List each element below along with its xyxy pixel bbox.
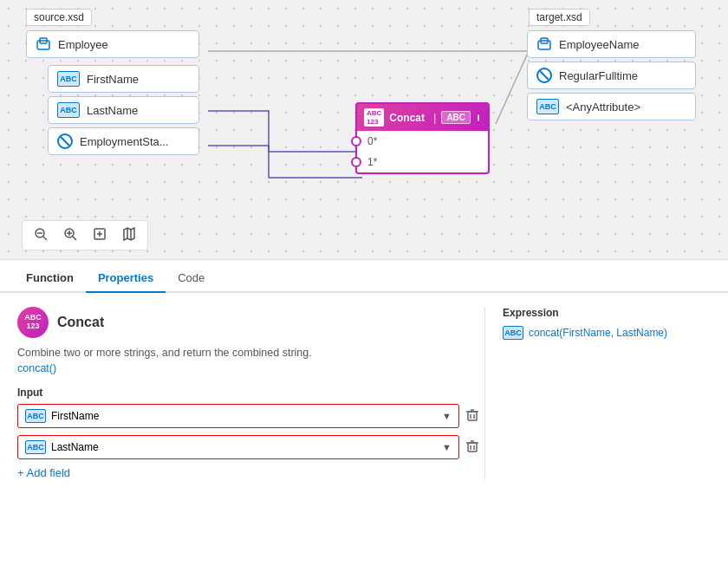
input-field-row-1: ABC LastName ▼ xyxy=(17,435,484,459)
regular-fulltime-label: RegularFulltime xyxy=(559,69,638,82)
any-attr-label: <AnyAttribute> xyxy=(566,101,640,114)
abc-icon-field0: ABC xyxy=(25,409,46,423)
lastname-select[interactable]: ABC LastName ▼ xyxy=(17,435,459,459)
chevron-down-icon-0: ▼ xyxy=(442,411,452,421)
tab-code[interactable]: Code xyxy=(166,264,217,293)
input-field-row-0: ABC FirstName ▼ xyxy=(17,404,484,428)
target-nodes: EmployeeName RegularFulltime ABC <AnyAtt… xyxy=(527,30,696,120)
firstname-select[interactable]: ABC FirstName ▼ xyxy=(17,404,459,428)
source-schema-label: source.xsd xyxy=(26,9,92,26)
firstname-label: FirstName xyxy=(87,73,139,86)
abc-icon-anyattr: ABC xyxy=(536,99,559,114)
panel-content: ABC123 Concat Combine two or more string… xyxy=(0,293,728,493)
svg-line-7 xyxy=(43,237,47,240)
concat-output-dot xyxy=(476,113,481,123)
concat-panel-badge: ABC123 xyxy=(17,307,49,338)
concat-label: Concat xyxy=(389,112,425,124)
svg-rect-4 xyxy=(538,41,550,49)
employee-label: Employee xyxy=(58,38,108,51)
firstname-node[interactable]: ABC FirstName xyxy=(48,65,199,93)
delete-field-0-button[interactable] xyxy=(465,406,480,426)
employee-node[interactable]: Employee xyxy=(26,30,199,58)
expression-text: concat(FirstName, LastName) xyxy=(529,327,667,339)
left-content: ABC123 Concat Combine two or more string… xyxy=(17,307,484,479)
abc-icon-field1: ABC xyxy=(25,440,46,454)
employee-name-node[interactable]: EmployeeName xyxy=(527,30,696,58)
bottom-panel: Function Properties Code ABC123 Concat C… xyxy=(0,260,728,572)
abc-icon-lastname: ABC xyxy=(57,102,80,118)
target-schema-label: target.xsd xyxy=(529,9,590,26)
expression-value: ABC concat(FirstName, LastName) xyxy=(503,326,711,340)
firstname-select-value: FirstName xyxy=(51,410,99,422)
fit-button[interactable] xyxy=(88,224,111,246)
concat-description: Combine two or more strings, and return … xyxy=(17,347,484,359)
concat-code-link[interactable]: concat() xyxy=(17,362,484,374)
any-attr-node[interactable]: ABC <AnyAttribute> xyxy=(527,93,696,120)
svg-line-1 xyxy=(496,51,529,124)
employment-label: EmploymentSta... xyxy=(80,135,169,148)
add-field-label: + Add field xyxy=(17,466,70,479)
lastname-node[interactable]: ABC LastName xyxy=(48,96,199,124)
firstname-select-inner: ABC FirstName xyxy=(25,409,99,423)
concat-circle-1 xyxy=(351,157,361,167)
input-label: Input xyxy=(17,387,484,399)
concat-input-1: 1* xyxy=(357,152,488,172)
right-content: Expression ABC concat(FirstName, LastNam… xyxy=(485,307,711,479)
source-nodes: Employee ABC FirstName ABC LastName Empl… xyxy=(26,30,199,155)
chevron-down-icon-1: ▼ xyxy=(442,442,452,452)
concat-abc-icon: ABC123 xyxy=(364,108,384,127)
zoom-in-button[interactable] xyxy=(59,224,81,246)
concat-header: ABC123 Concat | ABC xyxy=(355,102,490,131)
concat-input-0: 0* xyxy=(357,131,488,152)
map-button[interactable] xyxy=(118,224,140,246)
canvas-area: source.xsd target.xsd Employee ABC First… xyxy=(0,0,728,260)
cube-icon-target xyxy=(536,36,552,52)
abc-icon-firstname: ABC xyxy=(57,71,80,87)
tab-function[interactable]: Function xyxy=(14,264,86,293)
no-icon-regular xyxy=(536,68,552,83)
no-icon-employment xyxy=(57,133,73,149)
svg-rect-2 xyxy=(37,41,49,49)
employee-name-label: EmployeeName xyxy=(559,38,640,51)
concat-circle-0 xyxy=(351,136,361,146)
lastname-label: LastName xyxy=(87,104,138,117)
concat-body: 0* 1* xyxy=(355,131,490,174)
regular-fulltime-node[interactable]: RegularFulltime xyxy=(527,62,696,89)
tab-properties[interactable]: Properties xyxy=(86,264,166,293)
cube-icon xyxy=(36,36,51,52)
add-field-button[interactable]: + Add field xyxy=(17,466,484,479)
expression-label: Expression xyxy=(503,307,711,319)
zoom-out-button[interactable] xyxy=(29,224,52,246)
abc-icon-expression: ABC xyxy=(503,326,523,340)
employment-node[interactable]: EmploymentSta... xyxy=(48,127,199,155)
concat-heading: ABC123 Concat xyxy=(17,307,484,338)
svg-rect-24 xyxy=(468,443,477,452)
svg-rect-19 xyxy=(468,412,477,420)
svg-line-10 xyxy=(73,237,76,240)
concat-abc-badge: ABC xyxy=(441,111,471,124)
canvas-toolbar xyxy=(22,220,148,250)
lastname-select-value: LastName xyxy=(51,441,99,453)
concat-panel-title: Concat xyxy=(57,315,104,330)
delete-field-1-button[interactable] xyxy=(465,438,480,457)
lastname-select-inner: ABC LastName xyxy=(25,440,99,454)
tabs-row: Function Properties Code xyxy=(0,260,728,293)
concat-node[interactable]: ABC123 Concat | ABC 0* 1* xyxy=(355,102,490,174)
svg-marker-16 xyxy=(124,228,134,240)
